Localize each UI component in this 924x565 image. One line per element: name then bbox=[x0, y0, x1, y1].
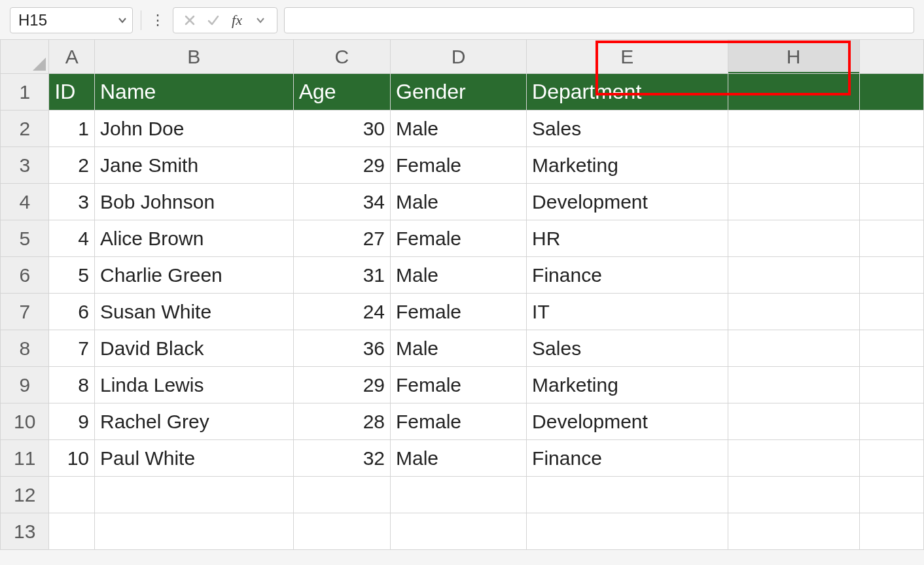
cell[interactable]: Marketing bbox=[527, 147, 728, 184]
cell[interactable]: Male bbox=[391, 440, 527, 477]
cell[interactable] bbox=[859, 367, 923, 403]
cell[interactable]: Sales bbox=[527, 111, 728, 147]
cell[interactable]: 3 bbox=[49, 184, 95, 220]
cell[interactable] bbox=[859, 294, 923, 330]
col-header-blank[interactable] bbox=[859, 40, 923, 74]
cell[interactable]: 30 bbox=[293, 111, 390, 147]
cell[interactable]: Alice Brown bbox=[95, 220, 294, 257]
cell[interactable] bbox=[859, 147, 923, 184]
cell[interactable] bbox=[293, 513, 390, 550]
cell[interactable] bbox=[728, 111, 859, 147]
row-header[interactable]: 5 bbox=[1, 220, 49, 257]
cell[interactable]: HR bbox=[527, 220, 728, 257]
cell[interactable]: 28 bbox=[293, 403, 390, 440]
cell[interactable] bbox=[859, 403, 923, 440]
cell[interactable] bbox=[95, 477, 294, 513]
cell[interactable] bbox=[728, 220, 859, 257]
name-box[interactable]: H15 bbox=[10, 7, 133, 33]
col-header-B[interactable]: B bbox=[95, 40, 294, 74]
col-header-A[interactable]: A bbox=[49, 40, 95, 74]
cell[interactable] bbox=[391, 513, 527, 550]
cell[interactable]: ID bbox=[49, 74, 95, 111]
cell[interactable]: Female bbox=[391, 403, 527, 440]
cell[interactable] bbox=[859, 220, 923, 257]
cell[interactable] bbox=[859, 74, 923, 111]
cell[interactable] bbox=[49, 513, 95, 550]
cell[interactable] bbox=[728, 513, 859, 550]
cell[interactable]: Marketing bbox=[527, 367, 728, 403]
cell[interactable] bbox=[728, 257, 859, 294]
cell[interactable]: 7 bbox=[49, 330, 95, 367]
cell[interactable]: 29 bbox=[293, 367, 390, 403]
cell[interactable] bbox=[859, 513, 923, 550]
grid-table[interactable]: A B C D E H 1 ID Name Age Gender Departm… bbox=[0, 39, 924, 550]
name-box-dropdown-icon[interactable] bbox=[118, 16, 127, 25]
select-all-corner[interactable] bbox=[1, 40, 49, 74]
cell[interactable] bbox=[728, 330, 859, 367]
cell[interactable]: Female bbox=[391, 367, 527, 403]
row-header[interactable]: 8 bbox=[1, 330, 49, 367]
cell[interactable]: John Doe bbox=[95, 111, 294, 147]
cell[interactable]: 24 bbox=[293, 294, 390, 330]
cell[interactable]: 31 bbox=[293, 257, 390, 294]
cell[interactable] bbox=[728, 403, 859, 440]
cell[interactable]: 27 bbox=[293, 220, 390, 257]
row-header[interactable]: 6 bbox=[1, 257, 49, 294]
cell[interactable]: Susan White bbox=[95, 294, 294, 330]
cell[interactable]: David Black bbox=[95, 330, 294, 367]
cell[interactable]: Male bbox=[391, 111, 527, 147]
cell[interactable]: 36 bbox=[293, 330, 390, 367]
cell[interactable] bbox=[859, 257, 923, 294]
cell[interactable]: Name bbox=[95, 74, 294, 111]
cancel-icon[interactable] bbox=[179, 9, 201, 31]
cell[interactable]: Male bbox=[391, 257, 527, 294]
cell[interactable]: Jane Smith bbox=[95, 147, 294, 184]
formula-bar-expand-icon[interactable] bbox=[249, 9, 272, 31]
cell[interactable]: Age bbox=[293, 74, 390, 111]
cell[interactable] bbox=[728, 294, 859, 330]
row-header[interactable]: 4 bbox=[1, 184, 49, 220]
cell[interactable] bbox=[728, 147, 859, 184]
row-header[interactable]: 1 bbox=[1, 74, 49, 111]
cell[interactable]: Female bbox=[391, 147, 527, 184]
col-header-E[interactable]: E bbox=[527, 40, 728, 74]
cell[interactable]: 9 bbox=[49, 403, 95, 440]
cell[interactable] bbox=[527, 477, 728, 513]
cell[interactable] bbox=[728, 440, 859, 477]
cell[interactable]: Bob Johnson bbox=[95, 184, 294, 220]
row-header[interactable]: 13 bbox=[1, 513, 49, 550]
cell[interactable]: Development bbox=[527, 184, 728, 220]
cell[interactable] bbox=[728, 477, 859, 513]
cell[interactable]: Female bbox=[391, 294, 527, 330]
row-header[interactable]: 10 bbox=[1, 403, 49, 440]
col-header-C[interactable]: C bbox=[293, 40, 390, 74]
enter-icon[interactable] bbox=[202, 9, 224, 31]
col-header-H[interactable]: H bbox=[728, 40, 859, 74]
row-header[interactable]: 3 bbox=[1, 147, 49, 184]
cell[interactable] bbox=[859, 111, 923, 147]
cell[interactable] bbox=[728, 74, 859, 111]
cell[interactable] bbox=[728, 367, 859, 403]
cell[interactable]: 5 bbox=[49, 257, 95, 294]
row-header[interactable]: 7 bbox=[1, 294, 49, 330]
row-header[interactable]: 2 bbox=[1, 111, 49, 147]
cell[interactable] bbox=[859, 440, 923, 477]
cell[interactable] bbox=[293, 477, 390, 513]
cell[interactable]: Finance bbox=[527, 440, 728, 477]
cell[interactable]: Gender bbox=[391, 74, 527, 111]
row-header[interactable]: 12 bbox=[1, 477, 49, 513]
cell[interactable]: Finance bbox=[527, 257, 728, 294]
cell[interactable]: Department bbox=[527, 74, 728, 111]
cell[interactable] bbox=[391, 477, 527, 513]
insert-function-icon[interactable]: fx bbox=[226, 9, 248, 31]
col-header-D[interactable]: D bbox=[391, 40, 527, 74]
cell[interactable]: 6 bbox=[49, 294, 95, 330]
cell[interactable]: 34 bbox=[293, 184, 390, 220]
cell[interactable]: Charlie Green bbox=[95, 257, 294, 294]
cell[interactable]: Rachel Grey bbox=[95, 403, 294, 440]
cell[interactable]: Development bbox=[527, 403, 728, 440]
cell[interactable]: 2 bbox=[49, 147, 95, 184]
cell[interactable]: 8 bbox=[49, 367, 95, 403]
row-header[interactable]: 9 bbox=[1, 367, 49, 403]
cell[interactable]: Female bbox=[391, 220, 527, 257]
